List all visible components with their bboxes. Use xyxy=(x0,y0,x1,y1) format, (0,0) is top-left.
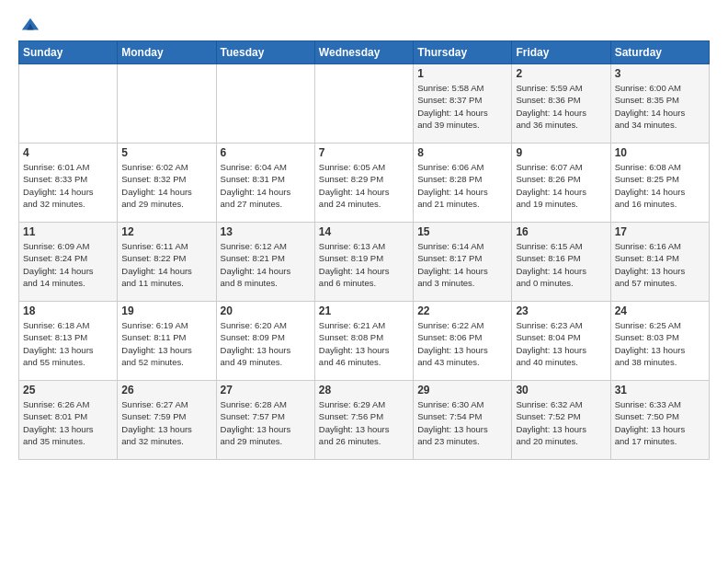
day-info: Sunrise: 6:00 AM Sunset: 8:35 PM Dayligh… xyxy=(615,82,705,131)
calendar-week-row: 4Sunrise: 6:01 AM Sunset: 8:33 PM Daylig… xyxy=(19,144,710,223)
day-number: 21 xyxy=(319,304,409,317)
logo-icon xyxy=(20,15,40,35)
day-info: Sunrise: 6:19 AM Sunset: 8:11 PM Dayligh… xyxy=(121,319,211,368)
day-info: Sunrise: 5:59 AM Sunset: 8:36 PM Dayligh… xyxy=(516,82,606,131)
weekday-header: Saturday xyxy=(610,41,709,64)
day-info: Sunrise: 6:22 AM Sunset: 8:06 PM Dayligh… xyxy=(417,319,507,368)
calendar-cell: 5Sunrise: 6:02 AM Sunset: 8:32 PM Daylig… xyxy=(118,144,216,223)
calendar-cell: 20Sunrise: 6:20 AM Sunset: 8:09 PM Dayli… xyxy=(216,302,314,381)
calendar-week-row: 11Sunrise: 6:09 AM Sunset: 8:24 PM Dayli… xyxy=(19,223,710,302)
calendar-cell: 22Sunrise: 6:22 AM Sunset: 8:06 PM Dayli… xyxy=(414,302,512,381)
day-number: 16 xyxy=(516,225,606,238)
calendar-cell: 16Sunrise: 6:15 AM Sunset: 8:16 PM Dayli… xyxy=(512,223,610,302)
day-info: Sunrise: 6:16 AM Sunset: 8:14 PM Dayligh… xyxy=(615,240,705,289)
page: SundayMondayTuesdayWednesdayThursdayFrid… xyxy=(0,0,728,563)
day-number: 13 xyxy=(221,225,311,238)
calendar-cell: 4Sunrise: 6:01 AM Sunset: 8:33 PM Daylig… xyxy=(19,144,118,223)
day-number: 27 xyxy=(221,384,311,396)
calendar-cell: 3Sunrise: 6:00 AM Sunset: 8:35 PM Daylig… xyxy=(610,64,709,144)
calendar-cell: 1Sunrise: 5:58 AM Sunset: 8:37 PM Daylig… xyxy=(414,64,512,144)
day-info: Sunrise: 5:58 AM Sunset: 8:37 PM Dayligh… xyxy=(417,82,507,131)
calendar-cell: 12Sunrise: 6:11 AM Sunset: 8:22 PM Dayli… xyxy=(118,223,216,302)
calendar-cell: 7Sunrise: 6:05 AM Sunset: 8:29 PM Daylig… xyxy=(314,144,413,223)
weekday-header: Friday xyxy=(512,41,610,64)
calendar-week-row: 1Sunrise: 5:58 AM Sunset: 8:37 PM Daylig… xyxy=(19,64,710,144)
day-number: 23 xyxy=(516,304,606,317)
day-info: Sunrise: 6:26 AM Sunset: 8:01 PM Dayligh… xyxy=(23,398,113,447)
day-info: Sunrise: 6:15 AM Sunset: 8:16 PM Dayligh… xyxy=(516,240,606,289)
weekday-header: Sunday xyxy=(19,41,118,64)
day-number: 31 xyxy=(615,384,705,396)
day-number: 7 xyxy=(319,146,409,159)
calendar-week-row: 18Sunrise: 6:18 AM Sunset: 8:13 PM Dayli… xyxy=(19,302,710,381)
day-info: Sunrise: 6:33 AM Sunset: 7:50 PM Dayligh… xyxy=(615,398,705,447)
calendar-cell: 25Sunrise: 6:26 AM Sunset: 8:01 PM Dayli… xyxy=(19,381,118,460)
day-info: Sunrise: 6:08 AM Sunset: 8:25 PM Dayligh… xyxy=(615,161,705,210)
day-info: Sunrise: 6:12 AM Sunset: 8:21 PM Dayligh… xyxy=(221,240,311,289)
day-info: Sunrise: 6:09 AM Sunset: 8:24 PM Dayligh… xyxy=(23,240,113,289)
calendar-cell: 21Sunrise: 6:21 AM Sunset: 8:08 PM Dayli… xyxy=(314,302,413,381)
day-info: Sunrise: 6:01 AM Sunset: 8:33 PM Dayligh… xyxy=(23,161,113,210)
day-number: 4 xyxy=(23,146,113,159)
calendar-cell: 19Sunrise: 6:19 AM Sunset: 8:11 PM Dayli… xyxy=(118,302,216,381)
day-info: Sunrise: 6:07 AM Sunset: 8:26 PM Dayligh… xyxy=(516,161,606,210)
day-info: Sunrise: 6:25 AM Sunset: 8:03 PM Dayligh… xyxy=(615,319,705,368)
day-number: 20 xyxy=(221,304,311,317)
weekday-header: Wednesday xyxy=(314,41,413,64)
day-info: Sunrise: 6:29 AM Sunset: 7:56 PM Dayligh… xyxy=(319,398,409,447)
day-info: Sunrise: 6:20 AM Sunset: 8:09 PM Dayligh… xyxy=(221,319,311,368)
calendar-cell: 31Sunrise: 6:33 AM Sunset: 7:50 PM Dayli… xyxy=(610,381,709,460)
day-number: 24 xyxy=(615,304,705,317)
day-info: Sunrise: 6:13 AM Sunset: 8:19 PM Dayligh… xyxy=(319,240,409,289)
calendar-week-row: 25Sunrise: 6:26 AM Sunset: 8:01 PM Dayli… xyxy=(19,381,710,460)
calendar-cell: 11Sunrise: 6:09 AM Sunset: 8:24 PM Dayli… xyxy=(19,223,118,302)
calendar-cell: 18Sunrise: 6:18 AM Sunset: 8:13 PM Dayli… xyxy=(19,302,118,381)
calendar-cell: 13Sunrise: 6:12 AM Sunset: 8:21 PM Dayli… xyxy=(216,223,314,302)
calendar-cell: 27Sunrise: 6:28 AM Sunset: 7:57 PM Dayli… xyxy=(216,381,314,460)
logo-area xyxy=(18,15,40,35)
day-number: 17 xyxy=(615,225,705,238)
calendar-cell: 26Sunrise: 6:27 AM Sunset: 7:59 PM Dayli… xyxy=(118,381,216,460)
calendar-cell: 2Sunrise: 5:59 AM Sunset: 8:36 PM Daylig… xyxy=(512,64,610,144)
weekday-header: Tuesday xyxy=(216,41,314,64)
calendar-cell: 15Sunrise: 6:14 AM Sunset: 8:17 PM Dayli… xyxy=(414,223,512,302)
calendar-cell: 23Sunrise: 6:23 AM Sunset: 8:04 PM Dayli… xyxy=(512,302,610,381)
day-number: 18 xyxy=(23,304,113,317)
day-number: 10 xyxy=(615,146,705,159)
calendar: SundayMondayTuesdayWednesdayThursdayFrid… xyxy=(18,40,710,460)
day-number: 9 xyxy=(516,146,606,159)
day-number: 19 xyxy=(121,304,211,317)
calendar-cell: 14Sunrise: 6:13 AM Sunset: 8:19 PM Dayli… xyxy=(314,223,413,302)
day-info: Sunrise: 6:21 AM Sunset: 8:08 PM Dayligh… xyxy=(319,319,409,368)
day-number: 30 xyxy=(516,384,606,396)
day-number: 2 xyxy=(516,67,606,80)
day-info: Sunrise: 6:04 AM Sunset: 8:31 PM Dayligh… xyxy=(221,161,311,210)
calendar-cell: 8Sunrise: 6:06 AM Sunset: 8:28 PM Daylig… xyxy=(414,144,512,223)
day-info: Sunrise: 6:14 AM Sunset: 8:17 PM Dayligh… xyxy=(417,240,507,289)
day-number: 8 xyxy=(417,146,507,159)
calendar-cell xyxy=(118,64,216,144)
day-info: Sunrise: 6:06 AM Sunset: 8:28 PM Dayligh… xyxy=(417,161,507,210)
day-number: 25 xyxy=(23,384,113,396)
weekday-header: Monday xyxy=(118,41,216,64)
calendar-cell: 30Sunrise: 6:32 AM Sunset: 7:52 PM Dayli… xyxy=(512,381,610,460)
calendar-cell: 29Sunrise: 6:30 AM Sunset: 7:54 PM Dayli… xyxy=(414,381,512,460)
day-number: 15 xyxy=(417,225,507,238)
calendar-cell: 24Sunrise: 6:25 AM Sunset: 8:03 PM Dayli… xyxy=(610,302,709,381)
calendar-cell xyxy=(314,64,413,144)
calendar-cell: 10Sunrise: 6:08 AM Sunset: 8:25 PM Dayli… xyxy=(610,144,709,223)
day-info: Sunrise: 6:27 AM Sunset: 7:59 PM Dayligh… xyxy=(121,398,211,447)
calendar-cell xyxy=(216,64,314,144)
day-number: 14 xyxy=(319,225,409,238)
day-number: 28 xyxy=(319,384,409,396)
calendar-cell xyxy=(19,64,118,144)
calendar-cell: 9Sunrise: 6:07 AM Sunset: 8:26 PM Daylig… xyxy=(512,144,610,223)
day-number: 6 xyxy=(221,146,311,159)
day-info: Sunrise: 6:11 AM Sunset: 8:22 PM Dayligh… xyxy=(121,240,211,289)
logo-text xyxy=(18,15,40,35)
day-info: Sunrise: 6:32 AM Sunset: 7:52 PM Dayligh… xyxy=(516,398,606,447)
calendar-cell: 28Sunrise: 6:29 AM Sunset: 7:56 PM Dayli… xyxy=(314,381,413,460)
header-area xyxy=(18,15,710,35)
day-number: 5 xyxy=(121,146,211,159)
day-number: 22 xyxy=(417,304,507,317)
